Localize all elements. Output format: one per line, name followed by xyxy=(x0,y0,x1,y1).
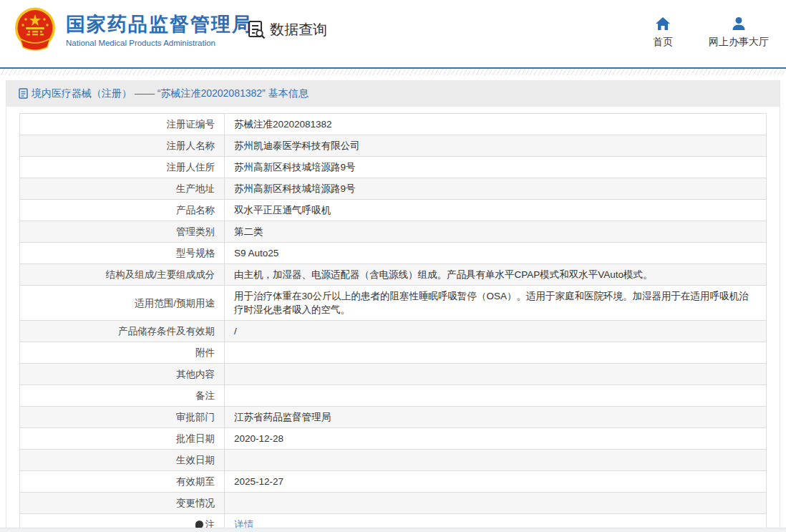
row-value: 苏州凯迪泰医学科技有限公司 xyxy=(225,135,767,157)
content-panel: 境内医疗器械（注册） —— “苏械注准20202081382” 基本信息 注册证… xyxy=(6,80,780,532)
row-value xyxy=(225,493,767,514)
user-icon xyxy=(731,16,747,32)
row-label: 生效日期 xyxy=(20,450,225,471)
national-emblem-logo xyxy=(14,7,56,52)
page-title: 境内医疗器械（注册） —— “苏械注准20202081382” 基本信息 xyxy=(31,87,309,100)
table-row: 结构及组成/主要组成成分由主机，加湿器、电源适配器（含电源线）组成。产品具有单水… xyxy=(20,264,767,286)
brand[interactable]: 国家药品监督管理局 National Medical Products Admi… xyxy=(14,7,253,52)
document-search-icon xyxy=(247,20,266,39)
table-row: 产品储存条件及有效期/ xyxy=(20,321,767,342)
table-row: 审批部门江苏省药品监督管理局 xyxy=(20,407,767,428)
row-value: 2025-12-27 xyxy=(225,471,767,493)
page-title-bar: 境内医疗器械（注册） —— “苏械注准20202081382” 基本信息 xyxy=(6,80,780,107)
row-label: 产品储存条件及有效期 xyxy=(20,321,225,342)
row-label: 附件 xyxy=(20,342,225,364)
row-label: 审批部门 xyxy=(20,407,225,428)
row-label: 注册人名称 xyxy=(20,135,225,157)
table-row: 其他内容 xyxy=(20,364,767,385)
table-row: 变更情况 xyxy=(20,493,767,514)
row-value: 2020-12-28 xyxy=(225,428,767,450)
table-row: 注册人住所苏州高新区科技城培源路9号 xyxy=(20,157,767,178)
row-value: / xyxy=(225,321,767,342)
home-icon xyxy=(655,16,671,32)
brand-title-en: National Medical Products Administration xyxy=(66,39,253,47)
registration-table-wrap: 注册证编号苏械注准20202081382注册人名称苏州凯迪泰医学科技有限公司注册… xyxy=(6,107,780,532)
site-header: 国家药品监督管理局 National Medical Products Admi… xyxy=(0,0,786,67)
row-value xyxy=(225,450,767,471)
table-row: 批准日期2020-12-28 xyxy=(20,428,767,450)
table-row: 适用范围/预期用途用于治疗体重在30公斤以上的患者的阻塞性睡眠呼吸暂停（OSA）… xyxy=(20,286,767,321)
row-label: 其他内容 xyxy=(20,364,225,385)
table-row: 产品名称双水平正压通气呼吸机 xyxy=(20,200,767,221)
footer-strip xyxy=(0,528,786,532)
row-label: 产品名称 xyxy=(20,200,225,221)
row-label: 管理类别 xyxy=(20,221,225,243)
table-row: 有效期至2025-12-27 xyxy=(20,471,767,493)
nav-home[interactable]: 首页 xyxy=(644,16,681,49)
page-file-icon xyxy=(19,88,28,99)
table-row: 生效日期 xyxy=(20,450,767,471)
brand-title-cn: 国家药品监督管理局 xyxy=(66,12,253,37)
row-label: 有效期至 xyxy=(20,471,225,493)
table-row: 附件 xyxy=(20,342,767,364)
row-value: 用于治疗体重在30公斤以上的患者的阻塞性睡眠呼吸暂停（OSA）。适用于家庭和医院… xyxy=(225,286,767,321)
row-label: 批准日期 xyxy=(20,428,225,450)
table-row: 管理类别第二类 xyxy=(20,221,767,243)
row-value: 苏州高新区科技城培源路9号 xyxy=(225,157,767,178)
table-row: 注册证编号苏械注准20202081382 xyxy=(20,114,767,135)
row-label: 型号规格 xyxy=(20,243,225,264)
row-label: 生产地址 xyxy=(20,178,225,200)
row-value: 苏州高新区科技城培源路9号 xyxy=(225,178,767,200)
row-label: 变更情况 xyxy=(20,493,225,514)
table-row: 注册人名称苏州凯迪泰医学科技有限公司 xyxy=(20,135,767,157)
data-query-tab[interactable]: 数据查询 xyxy=(247,20,327,39)
hatch-decoration-band xyxy=(0,69,786,75)
registration-info-table: 注册证编号苏械注准20202081382注册人名称苏州凯迪泰医学科技有限公司注册… xyxy=(19,113,767,532)
row-value: S9 Auto25 xyxy=(225,243,767,264)
nav-service-hall-label: 网上办事大厅 xyxy=(709,36,769,49)
row-value xyxy=(225,364,767,385)
table-row: 备注 xyxy=(20,385,767,407)
row-value: 由主机，加湿器、电源适配器（含电源线）组成。产品具有单水平CPAP模式和双水平V… xyxy=(225,264,767,286)
row-label: 备注 xyxy=(20,385,225,407)
nav-home-label: 首页 xyxy=(653,36,673,49)
row-value: 第二类 xyxy=(225,221,767,243)
data-query-label: 数据查询 xyxy=(270,20,327,39)
info-table-body: 注册证编号苏械注准20202081382注册人名称苏州凯迪泰医学科技有限公司注册… xyxy=(20,114,767,532)
row-label: 适用范围/预期用途 xyxy=(20,286,225,321)
row-label: 注册人住所 xyxy=(20,157,225,178)
row-label: 结构及组成/主要组成成分 xyxy=(20,264,225,286)
table-row: 生产地址苏州高新区科技城培源路9号 xyxy=(20,178,767,200)
row-value xyxy=(225,385,767,407)
row-value: 双水平正压通气呼吸机 xyxy=(225,200,767,221)
row-value: 苏械注准20202081382 xyxy=(225,114,767,135)
row-value xyxy=(225,342,767,364)
table-row: 型号规格S9 Auto25 xyxy=(20,243,767,264)
top-nav: 首页 网上办事大厅 xyxy=(644,16,769,49)
row-value: 江苏省药品监督管理局 xyxy=(225,407,767,428)
nav-service-hall[interactable]: 网上办事大厅 xyxy=(709,16,769,49)
row-label: 注册证编号 xyxy=(20,114,225,135)
